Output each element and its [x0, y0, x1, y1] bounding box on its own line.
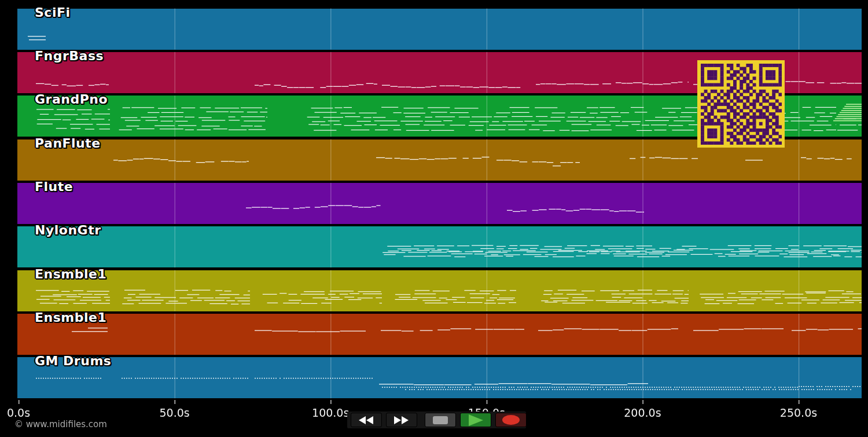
qr-code-image — [701, 64, 782, 145]
play-icon — [469, 414, 483, 426]
stop-icon — [433, 416, 448, 424]
axis-tick-label: 0.0s — [7, 406, 30, 419]
copyright-text: © www.midifiles.com — [14, 419, 107, 429]
axis-tick-label: 50.0s — [159, 406, 189, 419]
rewind-button[interactable] — [351, 413, 382, 427]
stop-button[interactable] — [425, 413, 456, 427]
fast-forward-button[interactable] — [386, 413, 417, 427]
record-button[interactable] — [495, 413, 527, 427]
axis-tick-label: 250.0s — [780, 406, 817, 419]
qr-code — [697, 60, 785, 148]
transport-bar — [347, 412, 526, 428]
axis-tick-label: 100.0s — [312, 406, 349, 419]
play-button[interactable] — [460, 413, 491, 427]
midi-track-visualizer: SciFiFngrBassGrandPnoPanFluteFluteNylonG… — [0, 0, 868, 437]
axis-tick-label: 200.0s — [624, 406, 661, 419]
record-icon — [502, 415, 520, 425]
rewind-icon — [359, 416, 374, 424]
fast-forward-icon — [394, 416, 409, 424]
